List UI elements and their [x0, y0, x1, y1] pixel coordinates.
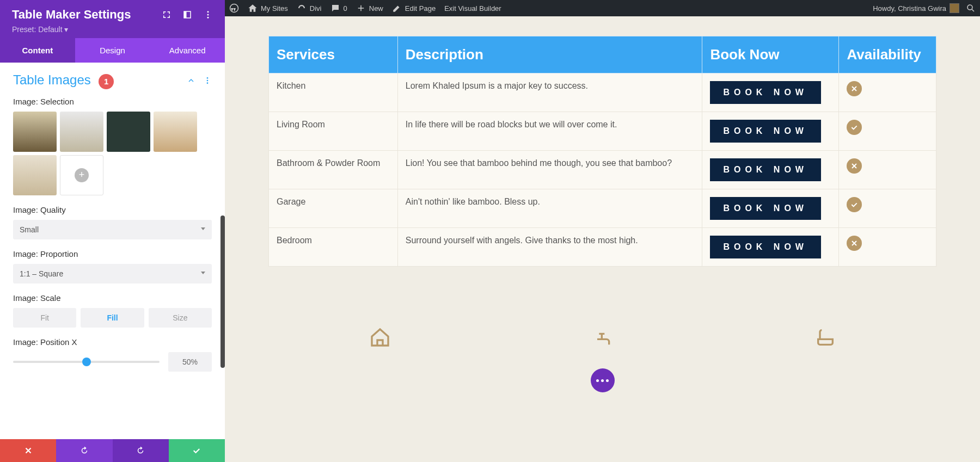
- scale-size[interactable]: Size: [149, 308, 212, 328]
- quality-select[interactable]: Small: [13, 220, 212, 239]
- bathtub-icon: [814, 327, 836, 350]
- faucet-icon: [592, 327, 614, 350]
- cell-book: BOOK NOW: [702, 73, 839, 112]
- settings-tabs: Content Design Advanced: [0, 38, 225, 63]
- cell-description: Lion! You see that bamboo behind me thou…: [397, 151, 702, 189]
- exit-vb-link[interactable]: Exit Visual Builder: [444, 4, 501, 13]
- label-proportion: Image: Proportion: [13, 249, 212, 258]
- image-thumb[interactable]: [60, 112, 103, 152]
- position-x-value[interactable]: 50%: [168, 352, 212, 372]
- wp-logo[interactable]: [229, 3, 239, 13]
- cell-availability: [839, 189, 936, 228]
- label-position-x: Image: Position X: [13, 337, 212, 347]
- search-icon: [966, 3, 976, 13]
- label-selection: Image: Selection: [13, 97, 212, 106]
- chevron-up-icon[interactable]: [187, 76, 195, 85]
- svg-point-8: [207, 80, 209, 82]
- cell-book: BOOK NOW: [702, 189, 839, 228]
- table-row: GarageAin't nothin' like bamboo. Bless u…: [269, 189, 936, 228]
- save-button[interactable]: [169, 439, 225, 462]
- undo-button[interactable]: [56, 439, 112, 462]
- th-services: Services: [269, 36, 398, 73]
- table-row: Living RoomIn life there will be road bl…: [269, 112, 936, 151]
- module-title: Table Maker Settings: [12, 8, 131, 22]
- house-icon: [369, 327, 391, 350]
- image-thumb[interactable]: [154, 112, 197, 152]
- close-icon: [23, 446, 33, 455]
- svg-point-6: [207, 17, 209, 19]
- label-scale: Image: Scale: [13, 293, 212, 303]
- image-thumbnails: +: [13, 112, 212, 195]
- book-now-button[interactable]: BOOK NOW: [710, 236, 821, 258]
- wordpress-icon: [229, 3, 239, 13]
- check-icon: [192, 446, 201, 455]
- availability-icon: [847, 236, 862, 251]
- cell-book: BOOK NOW: [702, 151, 839, 189]
- svg-point-7: [207, 77, 209, 79]
- cancel-button[interactable]: [0, 439, 56, 462]
- plus-icon: +: [75, 168, 89, 182]
- image-thumb[interactable]: [13, 155, 57, 195]
- home-icon: [248, 3, 258, 13]
- svg-rect-3: [184, 11, 187, 18]
- svg-point-4: [207, 11, 209, 13]
- service-icons-row: [268, 327, 936, 350]
- slider-thumb[interactable]: [82, 358, 91, 366]
- book-now-button[interactable]: BOOK NOW: [710, 197, 821, 220]
- table-row: BedroomSurround yourself with angels. Gi…: [269, 228, 936, 267]
- scale-fit[interactable]: Fit: [13, 308, 76, 328]
- my-sites-link[interactable]: My Sites: [248, 3, 288, 13]
- cell-availability: [839, 73, 936, 112]
- preset-selector[interactable]: Preset: Default ▾: [12, 25, 213, 34]
- snap-icon[interactable]: [182, 10, 192, 20]
- cell-description: Ain't nothin' like bamboo. Bless up.: [397, 189, 702, 228]
- avatar: [950, 3, 959, 13]
- svg-point-1: [967, 5, 972, 10]
- th-book: Book Now: [702, 36, 839, 73]
- panel-scrollbar[interactable]: [220, 215, 225, 368]
- divi-link[interactable]: Divi: [297, 3, 322, 13]
- book-now-button[interactable]: BOOK NOW: [710, 158, 821, 181]
- position-x-slider[interactable]: [13, 361, 160, 363]
- table-row: Bathroom & Powder RoomLion! You see that…: [269, 151, 936, 189]
- cell-description: In life there will be road blocks but we…: [397, 112, 702, 151]
- scale-segmented: Fit Fill Size: [13, 308, 212, 328]
- tab-design[interactable]: Design: [75, 38, 150, 63]
- edit-page-link[interactable]: Edit Page: [392, 3, 436, 13]
- howdy-user[interactable]: Howdy, Christina Gwira: [873, 3, 959, 13]
- book-now-button[interactable]: BOOK NOW: [710, 81, 821, 104]
- tab-advanced[interactable]: Advanced: [150, 38, 225, 63]
- book-now-button[interactable]: BOOK NOW: [710, 120, 821, 143]
- gauge-icon: [297, 3, 307, 13]
- tab-content[interactable]: Content: [0, 38, 75, 63]
- annotation-badge: 1: [99, 74, 114, 89]
- undo-icon: [79, 446, 89, 455]
- add-image-button[interactable]: +: [60, 155, 103, 195]
- scale-fill[interactable]: Fill: [81, 308, 144, 328]
- more-icon[interactable]: [203, 10, 213, 20]
- new-link[interactable]: New: [356, 3, 383, 13]
- cell-service: Living Room: [269, 112, 398, 151]
- availability-icon: [847, 197, 862, 212]
- svg-point-5: [207, 14, 209, 16]
- comment-icon: [330, 3, 340, 13]
- expand-icon[interactable]: [162, 10, 171, 20]
- th-availability: Availability: [839, 36, 936, 73]
- image-thumb[interactable]: [107, 112, 150, 152]
- redo-icon: [136, 446, 145, 455]
- table-row: KitchenLorem Khaled Ipsum is a major key…: [269, 73, 936, 112]
- settings-panel: Table Images 1 Image: Selection + Image:…: [0, 63, 225, 439]
- search-toggle[interactable]: [966, 3, 976, 13]
- builder-fab[interactable]: [591, 368, 615, 392]
- cell-description: Lorem Khaled Ipsum is a major key to suc…: [397, 73, 702, 112]
- services-table: Services Description Book Now Availabili…: [268, 36, 936, 267]
- section-more-icon[interactable]: [203, 76, 212, 85]
- redo-button[interactable]: [113, 439, 169, 462]
- image-thumb[interactable]: [13, 112, 57, 152]
- cell-availability: [839, 151, 936, 189]
- comments-link[interactable]: 0: [330, 3, 347, 13]
- th-description: Description: [397, 36, 702, 73]
- cell-book: BOOK NOW: [702, 228, 839, 267]
- sidebar-header: Table Maker Settings Preset: Default ▾: [0, 0, 225, 38]
- proportion-select[interactable]: 1:1 – Square: [13, 264, 212, 284]
